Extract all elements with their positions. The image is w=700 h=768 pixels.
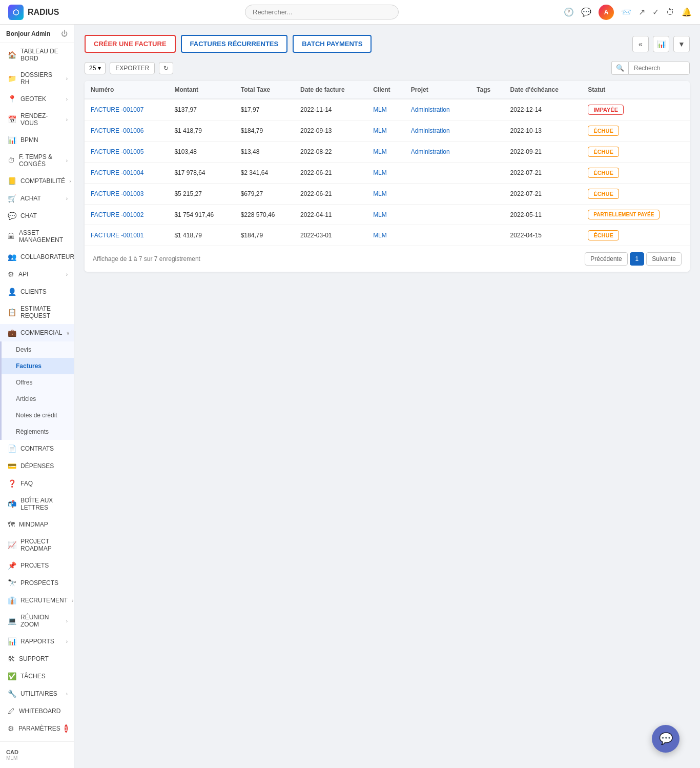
sidebar-item-f-temps[interactable]: ⏱ F. TEMPS & CONGÉS ›	[0, 149, 74, 172]
sidebar-item-chat[interactable]: 💬 CHAT	[0, 207, 74, 225]
search-icon[interactable]: 🔍	[611, 61, 628, 75]
col-client[interactable]: Client	[367, 81, 405, 99]
invoice-link[interactable]: FACTURE -001004	[91, 169, 143, 176]
search-container	[80, 5, 564, 19]
table-row: FACTURE -001004 $17 978,64 $2 341,64 202…	[85, 163, 690, 184]
forward-icon[interactable]: ↗	[639, 7, 645, 17]
sidebar-item-estimate-request[interactable]: 📋 ESTIMATE REQUEST	[0, 300, 74, 324]
app-logo[interactable]: ⬡ RADIUS	[8, 5, 80, 20]
create-invoice-button[interactable]: CRÉER UNE FACTURE	[85, 35, 176, 53]
client-link[interactable]: MLM	[373, 148, 387, 155]
messages-icon[interactable]: 📨	[621, 7, 631, 17]
sidebar-item-clients[interactable]: 👤 CLIENTS	[0, 283, 74, 300]
project-link[interactable]: Administration	[411, 127, 450, 134]
next-page-button[interactable]: Suivante	[646, 252, 682, 266]
bell-icon[interactable]: 🔔	[682, 7, 692, 17]
sidebar-submenu-item-reglements[interactable]: Règlements	[2, 423, 74, 440]
sidebar-item-utilitaires[interactable]: 🔧 UTILITAIRES ›	[0, 685, 74, 702]
cell-client: MLM	[367, 142, 405, 163]
client-link[interactable]: MLM	[373, 127, 387, 134]
sidebar-submenu-item-articles[interactable]: Articles	[2, 391, 74, 407]
sidebar-item-reunion-zoom[interactable]: 💻 RÉUNION ZOOM ›	[0, 609, 74, 633]
sidebar-submenu-item-offres[interactable]: Offres	[2, 374, 74, 391]
client-link[interactable]: MLM	[373, 169, 387, 176]
sidebar-item-whiteboard[interactable]: 🖊 WHITEBOARD	[0, 702, 74, 720]
clock-icon[interactable]: ⏱	[666, 8, 674, 17]
sidebar-item-collaborateurs[interactable]: 👥 COLLABORATEURS	[0, 248, 74, 266]
invoice-link[interactable]: FACTURE -001002	[91, 211, 143, 218]
history-icon[interactable]: 🕐	[564, 7, 574, 17]
filter-button[interactable]: ▼	[673, 36, 690, 52]
sidebar-item-tableau-de-bord[interactable]: 🏠 TABLEAU DE BORD	[0, 43, 74, 67]
sidebar-item-recrutement[interactable]: 👔 RECRUTEMENT ›	[0, 592, 74, 609]
project-link[interactable]: Administration	[411, 148, 450, 155]
toolbar: CRÉER UNE FACTURE FACTURES RÉCURRENTES B…	[85, 35, 690, 53]
cell-statut: ÉCHUE	[582, 225, 690, 246]
sidebar-item-depenses[interactable]: 💳 DÉPENSES	[0, 457, 74, 475]
sidebar-item-project-roadmap[interactable]: 📈 PROJECT ROADMAP	[0, 533, 74, 557]
invoice-link[interactable]: FACTURE -001003	[91, 190, 143, 197]
invoice-link[interactable]: FACTURE -001006	[91, 127, 143, 134]
sidebar-item-commercial[interactable]: 💼 COMMERCIAL ∨	[0, 324, 74, 341]
per-page-selector[interactable]: 25 ▾	[85, 62, 106, 74]
sidebar-item-mindmap[interactable]: 🗺 MINDMAP	[0, 516, 74, 533]
col-taxe[interactable]: Total Taxe	[235, 81, 294, 99]
invoice-link[interactable]: FACTURE -001001	[91, 232, 143, 239]
sidebar-item-rendez-vous[interactable]: 📅 RENDEZ-VOUS ›	[0, 108, 74, 131]
logout-icon[interactable]: ⏻	[61, 30, 68, 37]
sidebar-item-boite-aux-lettres[interactable]: 📬 BOÎTE AUX LETTRES	[0, 492, 74, 516]
sidebar-item-contrats[interactable]: 📄 CONTRATS	[0, 440, 74, 457]
sidebar-item-projets[interactable]: 📌 PROJETS	[0, 557, 74, 574]
search-input[interactable]	[245, 5, 399, 19]
sidebar-item-asset-management[interactable]: 🏛 ASSET MANAGEMENT	[0, 225, 74, 248]
avatar[interactable]: A	[599, 5, 614, 20]
chat-bubble[interactable]: 💬	[652, 725, 680, 753]
wrench-icon: 🔧	[8, 690, 16, 698]
col-date-echeance[interactable]: Date d'échéance	[504, 81, 582, 99]
prev-icon-button[interactable]: «	[632, 36, 649, 52]
cell-projet	[405, 225, 470, 246]
col-date-facture[interactable]: Date de facture	[294, 81, 367, 99]
refresh-button[interactable]: ↻	[159, 62, 173, 74]
invoice-link[interactable]: FACTURE -001005	[91, 148, 143, 155]
sidebar-item-geotek[interactable]: 📍 GEOTEK ›	[0, 90, 74, 108]
status-badge: PARTIELLEMENT PAYÉE	[588, 210, 660, 219]
client-link[interactable]: MLM	[373, 106, 387, 113]
project-link[interactable]: Administration	[411, 106, 450, 113]
sidebar-item-faq[interactable]: ❓ FAQ	[0, 475, 74, 492]
invoice-link[interactable]: FACTURE -001007	[91, 106, 143, 113]
check-icon[interactable]: ✓	[652, 7, 659, 17]
chat-icon[interactable]: 💬	[581, 7, 591, 17]
recurring-invoices-button[interactable]: FACTURES RÉCURRENTES	[181, 35, 288, 53]
client-link[interactable]: MLM	[373, 211, 387, 218]
sidebar-item-prospects[interactable]: 🔭 PROSPECTS	[0, 574, 74, 592]
batch-payments-button[interactable]: BATCH PAYMENTS	[293, 35, 372, 53]
sidebar-submenu-item-notes-credit[interactable]: Notes de crédit	[2, 407, 74, 423]
col-projet[interactable]: Projet	[405, 81, 470, 99]
col-tags[interactable]: Tags	[470, 81, 504, 99]
sidebar-item-bpmn[interactable]: 📊 BPMN	[0, 131, 74, 149]
col-statut[interactable]: Statut	[582, 81, 690, 99]
sidebar-item-support[interactable]: 🛠 SUPPORT	[0, 650, 74, 668]
chart-view-button[interactable]: 📊	[653, 36, 669, 52]
sidebar-item-api[interactable]: ⚙ API ›	[0, 266, 74, 283]
prev-page-button[interactable]: Précédente	[585, 252, 627, 266]
sidebar-item-dossiers-rh[interactable]: 📁 DOSSIERS RH ›	[0, 67, 74, 90]
cell-tags	[470, 99, 504, 120]
col-montant[interactable]: Montant	[168, 81, 234, 99]
sidebar-item-parametres[interactable]: ⚙ PARAMÈTRES 1	[0, 720, 74, 737]
sidebar-item-comptabilite[interactable]: 📒 COMPTABILITÉ ›	[0, 172, 74, 190]
page-1-button[interactable]: 1	[630, 252, 645, 266]
export-button[interactable]: EXPORTER	[110, 62, 155, 74]
toolbar-right: « 📊 ▼	[632, 36, 690, 52]
sidebar-item-taches[interactable]: ✅ TÂCHES	[0, 668, 74, 685]
table-search-input[interactable]	[628, 62, 690, 75]
sidebar-item-achat[interactable]: 🛒 ACHAT ›	[0, 190, 74, 207]
col-numero[interactable]: Numéro	[85, 81, 168, 99]
check-box-icon: ✅	[8, 672, 16, 680]
sidebar-submenu-item-factures[interactable]: Factures	[2, 358, 74, 374]
sidebar-item-rapports[interactable]: 📊 RAPPORTS ›	[0, 633, 74, 650]
client-link[interactable]: MLM	[373, 232, 387, 239]
sidebar-submenu-item-devis[interactable]: Devis	[2, 341, 74, 358]
client-link[interactable]: MLM	[373, 190, 387, 197]
